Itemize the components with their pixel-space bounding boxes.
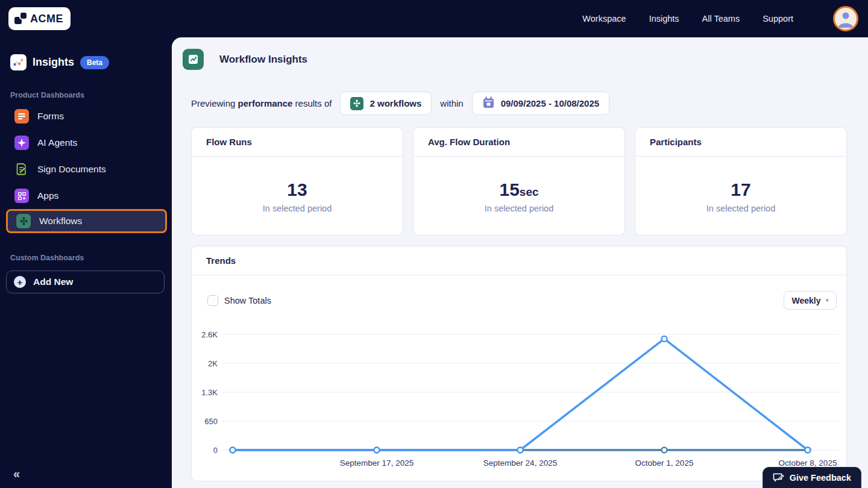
sidebar-item-workflows[interactable]: Workflows — [6, 209, 167, 233]
trends-title: Trends — [192, 246, 846, 275]
sidebar-item-sign-documents[interactable]: Sign Documents — [0, 156, 172, 183]
sidebar-title: Insights — [33, 56, 74, 69]
stat-caption: In selected period — [263, 204, 332, 213]
workflows-icon — [16, 214, 31, 228]
trends-card: Trends Show Totals Weekly ▾ 06501.3K2K2.… — [191, 246, 847, 481]
stat-value: 15 — [499, 180, 519, 199]
date-range-chip[interactable]: 09/09/2025 - 10/08/2025 — [472, 92, 609, 115]
sidebar-item-label: Workflows — [39, 216, 82, 227]
svg-text:September 24, 2025: September 24, 2025 — [483, 458, 557, 468]
acme-logo-text: ACME — [30, 13, 63, 25]
show-totals-toggle[interactable]: Show Totals — [207, 295, 271, 306]
add-new-button[interactable]: + Add New — [6, 271, 165, 293]
nav-support[interactable]: Support — [763, 14, 793, 23]
stat-card-title: Flow Runs — [192, 128, 403, 157]
interval-dropdown[interactable]: Weekly ▾ — [784, 291, 837, 310]
trends-chart[interactable]: 06501.3K2K2.6KSeptember 17, 2025Septembe… — [192, 327, 847, 477]
stats-row: Flow Runs 13 In selected period Avg. Flo… — [172, 115, 868, 236]
section-custom-dashboards: Custom Dashboards — [0, 233, 172, 266]
stat-unit: sec — [520, 186, 539, 198]
acme-logo-icon — [14, 13, 27, 25]
stat-card-avg-flow-duration: Avg. Flow Duration 15sec In selected per… — [413, 127, 625, 236]
stat-card-flow-runs: Flow Runs 13 In selected period — [191, 127, 403, 236]
show-totals-checkbox[interactable] — [207, 295, 218, 306]
sidebar-item-label: AI Agents — [37, 137, 77, 148]
sidebar-item-label: Forms — [37, 111, 64, 122]
ai-agents-icon — [14, 136, 29, 150]
acme-logo[interactable]: ACME — [8, 7, 71, 30]
plus-icon: + — [14, 276, 26, 288]
svg-text:September 17, 2025: September 17, 2025 — [340, 458, 414, 468]
forms-icon — [14, 109, 29, 124]
page-header: Workflow Insights — [172, 37, 868, 70]
svg-text:1.3K: 1.3K — [201, 388, 218, 397]
sidebar-item-label: Sign Documents — [37, 164, 106, 175]
stat-card-participants: Participants 17 In selected period — [635, 127, 847, 236]
sidebar-item-forms[interactable]: Forms — [0, 103, 172, 130]
sidebar-item-apps[interactable]: Apps — [0, 183, 172, 209]
feedback-icon — [773, 473, 784, 483]
topbar: ACME Workspace Insights All Teams Suppor… — [0, 0, 868, 37]
avatar[interactable] — [833, 6, 858, 31]
page-title: Workflow Insights — [219, 54, 307, 66]
workflows-selector-chip[interactable]: 2 workflows — [340, 92, 432, 115]
give-feedback-label: Give Feedback — [790, 473, 851, 483]
show-totals-label: Show Totals — [224, 296, 271, 305]
workflow-chip-icon — [350, 97, 363, 110]
svg-text:650: 650 — [204, 417, 218, 426]
nav-all-teams[interactable]: All Teams — [702, 14, 740, 23]
preview-row: Previewing performance results of 2 work… — [172, 70, 868, 115]
sidebar-item-ai-agents[interactable]: AI Agents — [0, 130, 172, 156]
sign-documents-icon — [14, 162, 29, 177]
stat-value: 13 — [287, 180, 307, 199]
interval-value: Weekly — [791, 296, 820, 305]
date-range-label: 09/09/2025 - 10/08/2025 — [501, 98, 599, 108]
workflow-insights-icon — [183, 49, 204, 70]
calendar-icon — [482, 96, 495, 111]
chevron-down-icon: ▾ — [825, 296, 829, 304]
svg-text:0: 0 — [213, 446, 218, 455]
stat-caption: In selected period — [706, 204, 775, 213]
sidebar-item-label: Apps — [37, 190, 58, 201]
top-navigation: Workspace Insights All Teams Support — [582, 6, 858, 31]
beta-badge: Beta — [80, 56, 109, 69]
person-icon — [837, 10, 855, 28]
svg-text:October 8, 2025: October 8, 2025 — [779, 458, 837, 468]
main-panel: Workflow Insights Previewing performance… — [172, 37, 868, 488]
apps-icon — [14, 189, 29, 203]
workflows-chip-label: 2 workflows — [370, 98, 421, 108]
svg-text:October 1, 2025: October 1, 2025 — [635, 458, 694, 468]
svg-text:2.6K: 2.6K — [201, 330, 218, 339]
svg-text:2K: 2K — [208, 359, 218, 368]
add-new-label: Add New — [33, 277, 73, 287]
preview-text: Previewing performance results of — [191, 98, 332, 108]
insights-app-icon — [10, 54, 27, 70]
section-product-dashboards: Product Dashboards — [0, 70, 172, 103]
nav-insights[interactable]: Insights — [649, 14, 679, 23]
stat-caption: In selected period — [485, 204, 553, 213]
sidebar: Insights Beta Product Dashboards Forms A… — [0, 37, 172, 488]
give-feedback-button[interactable]: Give Feedback — [763, 468, 861, 488]
collapse-sidebar-button[interactable]: « — [13, 467, 19, 481]
sidebar-header: Insights Beta — [0, 37, 172, 70]
within-label: within — [440, 98, 463, 108]
nav-workspace[interactable]: Workspace — [582, 14, 626, 23]
stat-card-title: Avg. Flow Duration — [414, 128, 624, 157]
stat-value: 17 — [731, 180, 750, 199]
stat-card-title: Participants — [635, 128, 846, 157]
